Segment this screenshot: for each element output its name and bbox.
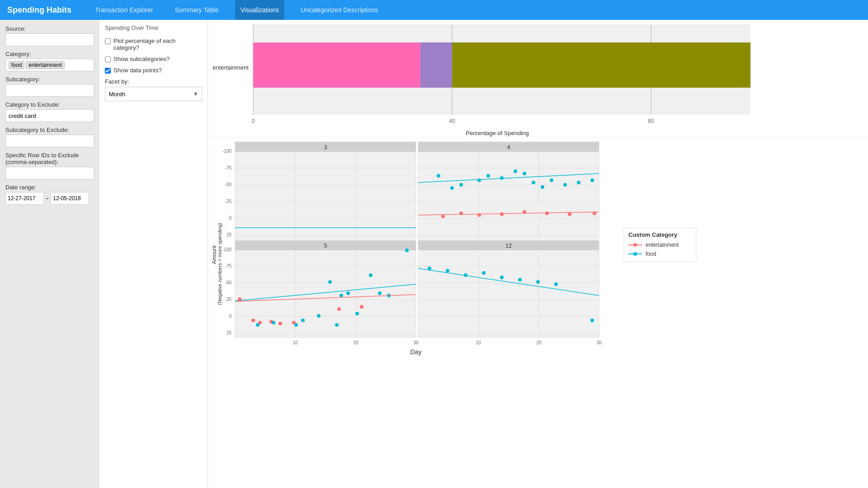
svg-text:25: 25: [226, 330, 232, 335]
controls-panel: Plot percentage of each category? Show s…: [99, 34, 208, 105]
show-subcategories-checkbox[interactable]: [105, 56, 111, 62]
show-subcategories-row: Show subcategories?: [105, 56, 202, 62]
svg-text:10: 10: [476, 340, 481, 345]
svg-point-128: [500, 276, 504, 279]
subcategory-field: Subcategory:: [5, 76, 94, 97]
svg-text:-25: -25: [225, 199, 232, 204]
row-ids-input[interactable]: [5, 167, 94, 179]
svg-point-98: [317, 314, 321, 318]
svg-point-55: [577, 181, 580, 184]
source-input[interactable]: [5, 33, 94, 46]
svg-text:40: 40: [449, 118, 455, 124]
svg-text:entertainment: entertainment: [646, 242, 679, 248]
category-exclude-input[interactable]: [5, 109, 94, 122]
scatter-plot-container: Amount (Negative numbers = more spending…: [208, 137, 868, 488]
subcategory-input[interactable]: [5, 84, 94, 97]
svg-point-138: [633, 243, 637, 247]
svg-point-56: [590, 178, 594, 182]
svg-point-44: [450, 186, 454, 190]
svg-point-99: [328, 280, 332, 284]
svg-text:-100: -100: [222, 247, 231, 252]
subcategory-label: Subcategory:: [5, 76, 94, 83]
svg-point-105: [378, 291, 382, 295]
svg-point-110: [238, 297, 241, 301]
svg-point-96: [294, 323, 298, 327]
nav-visualizations[interactable]: Visualizations: [235, 0, 284, 20]
svg-point-125: [446, 269, 449, 272]
svg-point-60: [500, 212, 504, 216]
date-start-input[interactable]: [5, 192, 44, 205]
show-data-points-row: Show data points?: [105, 67, 202, 74]
date-separator: -: [46, 194, 48, 202]
show-subcategories-label: Show subcategories?: [113, 56, 170, 62]
category-tag-food: food: [9, 61, 24, 69]
svg-text:Percentage of Spending: Percentage of Spending: [466, 130, 529, 136]
subcategory-exclude-label: Subcategory to Exclude:: [5, 127, 94, 133]
category-input[interactable]: food entertainment: [5, 59, 94, 71]
nav-summary-table[interactable]: Summary Table: [170, 0, 224, 20]
svg-point-62: [545, 211, 549, 215]
facet-select-wrapper: Month Week Year ▼: [105, 87, 202, 101]
svg-point-87: [251, 319, 255, 322]
svg-point-49: [514, 169, 517, 173]
svg-text:-75: -75: [225, 263, 232, 268]
svg-point-46: [477, 178, 481, 182]
svg-point-97: [301, 319, 305, 322]
svg-text:5: 5: [324, 242, 327, 249]
svg-point-90: [278, 322, 282, 325]
svg-text:0: 0: [229, 216, 231, 221]
svg-text:Amount: Amount: [211, 245, 217, 264]
nav-uncategorized[interactable]: Uncategorized Descriptions: [295, 0, 383, 20]
source-label: Source:: [5, 25, 94, 32]
svg-point-53: [550, 178, 553, 182]
svg-text:-25: -25: [225, 297, 232, 302]
subcategory-exclude-input[interactable]: [5, 135, 94, 147]
svg-text:-50: -50: [225, 280, 232, 285]
plot-pct-checkbox[interactable]: [105, 38, 111, 44]
bar-chart-container: 0 40 80 entertainment: [208, 20, 868, 137]
row-ids-field: Specific Row IDs to Exclude (comma-separ…: [5, 152, 94, 179]
svg-point-107: [405, 249, 409, 252]
svg-text:Custom Category: Custom Category: [628, 231, 678, 238]
date-range-label: Date range:: [5, 184, 94, 191]
app-header: Spending Habits Transaction Explorer Sum…: [0, 0, 868, 20]
section-title: Spending Over Time: [99, 20, 208, 34]
svg-point-51: [532, 181, 535, 184]
svg-text:80: 80: [648, 118, 654, 124]
date-range-row: -: [5, 192, 94, 205]
date-end-input[interactable]: [51, 192, 89, 205]
chart-area: 0 40 80 entertainment: [208, 20, 868, 488]
svg-point-94: [256, 323, 259, 327]
svg-point-57: [441, 215, 445, 218]
svg-point-92: [337, 307, 341, 311]
facet-select[interactable]: Month Week Year: [105, 87, 202, 101]
panels-row: Spending Over Time Plot percentage of ea…: [99, 20, 868, 488]
plot-pct-row: Plot percentage of each category?: [105, 38, 202, 51]
facet-label: Facet by:: [105, 78, 202, 85]
svg-rect-10: [452, 42, 750, 88]
svg-text:-100: -100: [222, 149, 231, 154]
svg-text:0: 0: [229, 314, 231, 319]
app-title: Spending Habits: [7, 5, 71, 15]
svg-text:food: food: [646, 251, 656, 257]
svg-point-132: [590, 319, 594, 322]
left-panel: Spending Over Time Plot percentage of ea…: [99, 20, 208, 488]
show-data-points-label: Show data points?: [113, 67, 162, 74]
show-data-points-checkbox[interactable]: [105, 68, 111, 74]
svg-text:3: 3: [324, 144, 327, 150]
source-field: Source:: [5, 25, 94, 46]
bar-chart-svg: 0 40 80 entertainment: [208, 20, 868, 137]
svg-text:-50: -50: [225, 182, 232, 187]
main-layout: Source: Category: food entertainment Sub…: [0, 20, 868, 488]
svg-text:-75: -75: [225, 165, 232, 170]
svg-point-63: [568, 212, 571, 216]
svg-text:25: 25: [226, 232, 232, 237]
svg-point-93: [360, 305, 363, 309]
nav-transaction-explorer[interactable]: Transaction Explorer: [90, 0, 159, 20]
category-label: Category:: [5, 51, 94, 57]
svg-text:30: 30: [413, 340, 419, 345]
svg-rect-67: [235, 240, 416, 338]
facet-by-field: Facet by: Month Week Year ▼: [105, 78, 202, 101]
svg-point-100: [335, 323, 339, 327]
svg-point-54: [563, 183, 567, 187]
